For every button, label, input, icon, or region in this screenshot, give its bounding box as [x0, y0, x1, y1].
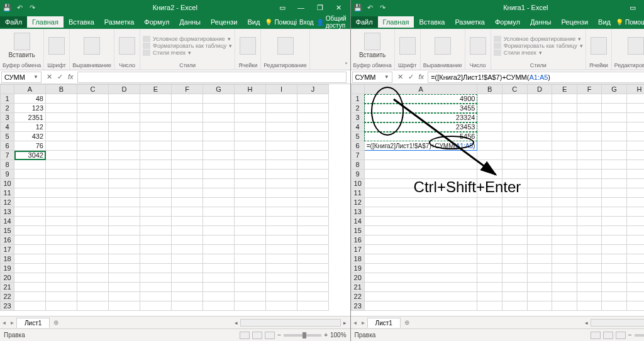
cell-C15[interactable] [77, 226, 109, 235]
cell-D3[interactable] [527, 113, 552, 122]
ribbon-options-icon[interactable]: ▭ [274, 1, 291, 14]
cell-E1[interactable] [140, 94, 172, 104]
cell-C10[interactable] [502, 179, 527, 188]
cell-F12[interactable] [577, 198, 601, 207]
cell-G14[interactable] [602, 217, 627, 226]
cell-J2[interactable] [297, 104, 329, 113]
cell-F20[interactable] [577, 273, 601, 283]
cell-H20[interactable] [235, 273, 266, 283]
save-icon[interactable]: 💾 [353, 3, 362, 12]
zoom-in-icon[interactable]: + [324, 332, 328, 338]
cell-D6[interactable] [109, 141, 140, 151]
cell-G7[interactable] [602, 151, 627, 160]
cell-A8[interactable] [364, 160, 477, 170]
cell-D1[interactable] [109, 94, 140, 104]
cell-H2[interactable] [627, 104, 644, 113]
cell-B11[interactable] [477, 188, 502, 198]
cell-B16[interactable] [46, 235, 77, 245]
cell-G4[interactable] [602, 122, 627, 132]
cell-A22[interactable] [14, 292, 46, 301]
cell-A7[interactable]: 3042 [14, 151, 46, 160]
cell-F11[interactable] [577, 188, 601, 198]
cell-H7[interactable] [235, 151, 266, 160]
cell-F10[interactable] [577, 179, 601, 188]
cell-D5[interactable] [527, 132, 552, 141]
cell-F18[interactable] [577, 254, 601, 264]
cell-B18[interactable] [46, 254, 77, 264]
cell-B6[interactable] [46, 141, 77, 151]
cell-F13[interactable] [577, 207, 601, 217]
cell-F3[interactable] [577, 113, 601, 122]
tab-file[interactable]: Файл [351, 16, 378, 28]
cell-J18[interactable] [297, 254, 329, 264]
cell-G9[interactable] [602, 170, 627, 179]
cell-F22[interactable] [172, 292, 203, 301]
cell-C8[interactable] [77, 160, 109, 170]
cell-A15[interactable] [364, 226, 477, 235]
cell-F19[interactable] [577, 264, 601, 273]
cell-A21[interactable] [14, 283, 46, 292]
cell-C22[interactable] [77, 292, 109, 301]
view-page-layout-icon[interactable] [603, 332, 613, 339]
cell-E18[interactable] [140, 254, 172, 264]
cell-C11[interactable] [502, 188, 527, 198]
cell-E6[interactable] [552, 141, 577, 151]
cell-C5[interactable] [502, 132, 527, 141]
cell-G8[interactable] [602, 160, 627, 170]
cell-H4[interactable] [235, 122, 266, 132]
cell-G21[interactable] [602, 283, 627, 292]
cell-D8[interactable] [109, 160, 140, 170]
cell-B3[interactable] [46, 113, 77, 122]
cell-A10[interactable] [14, 179, 46, 188]
format-as-table[interactable]: Форматировать как таблицу ▾ [494, 43, 583, 49]
cell-B1[interactable] [46, 94, 77, 104]
cell-B10[interactable] [46, 179, 77, 188]
cell-G10[interactable] [203, 179, 235, 188]
cell-E10[interactable] [552, 179, 577, 188]
cell-E14[interactable] [140, 217, 172, 226]
cell-G5[interactable] [602, 132, 627, 141]
share-button[interactable]: 👤 Общий доступ [316, 15, 347, 29]
cell-I4[interactable] [266, 122, 297, 132]
sheet-nav-next[interactable]: ▸ [359, 319, 367, 326]
worksheet-grid[interactable]: ABCDEFGHIJ1490023455323324423453554566=(… [351, 84, 644, 316]
cells-icon[interactable] [238, 36, 258, 56]
cell-D18[interactable] [527, 254, 552, 264]
cell-A10[interactable] [364, 179, 477, 188]
cell-G11[interactable] [203, 188, 235, 198]
cell-J5[interactable] [297, 132, 329, 141]
save-icon[interactable]: 💾 [3, 3, 11, 12]
cell-C23[interactable] [77, 301, 109, 311]
cancel-formula-icon[interactable]: ✕ [397, 73, 403, 81]
cell-H17[interactable] [627, 245, 644, 254]
cell-C9[interactable] [502, 170, 527, 179]
cell-D15[interactable] [109, 226, 140, 235]
cell-E20[interactable] [552, 273, 577, 283]
cell-B21[interactable] [477, 283, 502, 292]
cell-B20[interactable] [46, 273, 77, 283]
cell-E16[interactable] [140, 235, 172, 245]
cell-H8[interactable] [627, 160, 644, 170]
cell-F9[interactable] [172, 170, 203, 179]
cell-C2[interactable] [502, 104, 527, 113]
view-page-break-icon[interactable] [616, 332, 626, 339]
cell-E1[interactable] [552, 94, 577, 104]
cell-G13[interactable] [203, 207, 235, 217]
cell-A19[interactable] [364, 264, 477, 273]
undo-icon[interactable]: ↶ [366, 3, 375, 12]
cell-H1[interactable] [235, 94, 266, 104]
cell-D2[interactable] [109, 104, 140, 113]
cell-I2[interactable] [266, 104, 297, 113]
accept-formula-icon[interactable]: ✓ [57, 73, 63, 81]
cell-H5[interactable] [235, 132, 266, 141]
tab-view[interactable]: Вид [242, 16, 265, 28]
tab-layout[interactable]: Разметка [450, 16, 490, 28]
cell-C11[interactable] [77, 188, 109, 198]
cell-H18[interactable] [627, 254, 644, 264]
cell-F21[interactable] [172, 283, 203, 292]
cell-J23[interactable] [297, 301, 329, 311]
cell-I16[interactable] [266, 235, 297, 245]
sheet-tab[interactable]: Лист1 [367, 318, 401, 328]
cell-B14[interactable] [46, 217, 77, 226]
cell-H9[interactable] [627, 170, 644, 179]
